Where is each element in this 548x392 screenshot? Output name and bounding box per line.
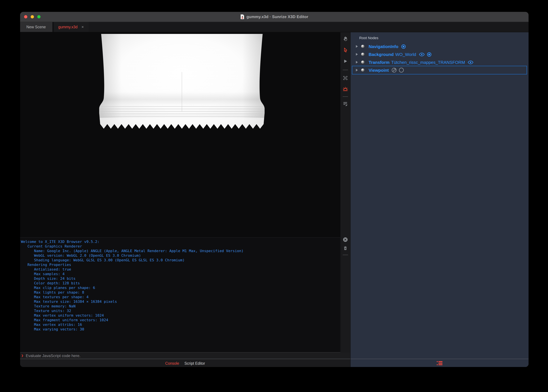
toolbar-divider (343, 70, 348, 70)
expander-triangle-icon[interactable] (356, 61, 358, 63)
node-type-label: Background (368, 52, 394, 57)
tab-separator (52, 22, 54, 32)
tab-console[interactable]: Console (165, 361, 179, 365)
trash-icon[interactable] (343, 245, 348, 251)
bottom-tab-bar: Console Script Editor (20, 359, 350, 367)
outline-editor-panel: Root Nodes NavigationInfo (350, 32, 529, 367)
tree-node-navigationinfo[interactable]: NavigationInfo (351, 42, 529, 50)
prompt-chevron-icon: ❯ (21, 353, 23, 358)
document-icon (240, 14, 245, 19)
tree-node-viewpoint[interactable]: Viewpoint (351, 66, 529, 74)
zoom-window-button[interactable] (37, 15, 40, 18)
node-def-name: WO_World (395, 52, 416, 57)
app-window: gummy.x3d · Sunrize X3D Editor New Scene… (20, 12, 529, 367)
console-log-text: Welcome to X_ITE X3D Browser v9.5.2: Cur… (20, 238, 350, 332)
viewport-tool-strip (340, 32, 350, 352)
tab-close-icon[interactable]: × (82, 25, 84, 29)
clear-console-icon[interactable] (343, 237, 348, 242)
tab-new-scene-label: New Scene (26, 25, 46, 29)
script-edit-icon[interactable] (343, 101, 348, 106)
window-controls (24, 12, 40, 22)
toolbar-divider (343, 255, 348, 255)
console-input-placeholder: Evaluate JavaScript code here. (26, 353, 80, 358)
expander-triangle-icon[interactable] (356, 69, 358, 71)
x3d-viewport[interactable] (20, 32, 350, 237)
eye-icon[interactable] (419, 52, 425, 56)
console-input-row[interactable]: ❯ Evaluate JavaScript code here. (20, 352, 350, 359)
node-def-name: Tütchen_rissc_mappes_TRANSFORM (391, 60, 465, 65)
node-sphere-icon (361, 53, 364, 56)
gummy-bag-3d-model (98, 33, 266, 130)
tab-script-editor[interactable]: Script Editor (184, 361, 205, 365)
play-icon[interactable] (343, 59, 348, 64)
node-sphere-icon (361, 45, 364, 48)
expander-triangle-icon[interactable] (356, 53, 358, 56)
node-tree: NavigationInfo BackgroundWO_World (351, 42, 529, 74)
empty-circle-icon[interactable] (399, 68, 404, 73)
node-type-label: Viewpoint (368, 68, 389, 73)
tree-node-background[interactable]: BackgroundWO_World (351, 50, 529, 58)
node-sphere-icon (361, 61, 364, 64)
scene-tab-bar: New Scene gummy.x3d × (20, 22, 529, 32)
node-type-label: NavigationInfo (368, 44, 398, 49)
outline-footer-bar (351, 359, 529, 367)
tree-node-transform[interactable]: TransformTütchen_rissc_mappes_TRANSFORM (351, 58, 529, 66)
bound-icon[interactable] (401, 44, 406, 49)
outline-header: Root Nodes (359, 36, 529, 40)
minimize-window-button[interactable] (30, 15, 34, 18)
tool-wrench-icon[interactable] (391, 68, 397, 73)
close-window-button[interactable] (24, 15, 27, 18)
eye-icon[interactable] (468, 60, 474, 64)
window-title: gummy.x3d · Sunrize X3D Editor (246, 14, 308, 19)
tab-new-scene[interactable]: New Scene (20, 22, 52, 32)
expander-triangle-icon[interactable] (356, 45, 358, 48)
toolbar-divider (343, 97, 348, 97)
tab-gummy-x3d[interactable]: gummy.x3d × (54, 22, 88, 32)
select-arrow-icon[interactable] (343, 47, 348, 53)
view-all-camera-icon[interactable] (343, 75, 348, 81)
title-bar[interactable]: gummy.x3d · Sunrize X3D Editor (20, 12, 529, 22)
screen: gummy.x3d · Sunrize X3D Editor New Scene… (0, 0, 548, 392)
console-output[interactable]: Welcome to X_ITE X3D Browser v9.5.2: Cur… (20, 237, 350, 352)
tab-gummy-x3d-label: gummy.x3d (58, 25, 77, 29)
pan-hand-icon[interactable] (343, 36, 348, 42)
bound-icon[interactable] (427, 52, 432, 57)
light-sun-icon[interactable] (343, 86, 348, 92)
node-type-label: Transform (368, 60, 389, 65)
outline-list-icon[interactable] (436, 361, 443, 366)
node-sphere-icon (361, 69, 364, 72)
editor-pane: Welcome to X_ITE X3D Browser v9.5.2: Cur… (20, 32, 350, 367)
